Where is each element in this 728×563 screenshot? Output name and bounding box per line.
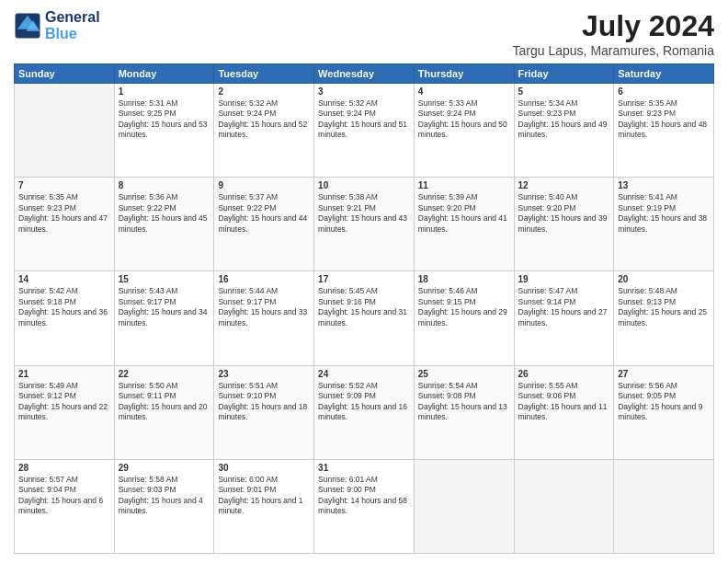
calendar-week-row: 7Sunrise: 5:35 AM Sunset: 9:23 PM Daylig…	[15, 178, 714, 271]
cell-info: Sunrise: 5:33 AM Sunset: 9:24 PM Dayligh…	[418, 98, 510, 141]
cell-info: Sunrise: 5:45 AM Sunset: 9:16 PM Dayligh…	[318, 286, 410, 328]
calendar-cell: 25Sunrise: 5:54 AM Sunset: 9:08 PM Dayli…	[414, 365, 514, 459]
calendar-cell: 14Sunrise: 5:42 AM Sunset: 9:18 PM Dayli…	[15, 271, 115, 365]
calendar-week-row: 1Sunrise: 5:31 AM Sunset: 9:25 PM Daylig…	[15, 84, 714, 178]
day-number: 25	[418, 369, 510, 379]
day-number: 19	[518, 274, 610, 284]
calendar-cell	[15, 84, 115, 178]
cell-info: Sunrise: 5:40 AM Sunset: 9:20 PM Dayligh…	[518, 192, 610, 235]
cell-info: Sunrise: 5:35 AM Sunset: 9:23 PM Dayligh…	[18, 192, 110, 235]
calendar-cell: 13Sunrise: 5:41 AM Sunset: 9:19 PM Dayli…	[614, 178, 714, 271]
cell-info: Sunrise: 5:44 AM Sunset: 9:17 PM Dayligh…	[218, 286, 310, 328]
calendar-cell: 17Sunrise: 5:45 AM Sunset: 9:16 PM Dayli…	[314, 271, 415, 365]
cell-info: Sunrise: 5:47 AM Sunset: 9:14 PM Dayligh…	[518, 286, 610, 328]
cell-info: Sunrise: 5:49 AM Sunset: 9:12 PM Dayligh…	[18, 381, 110, 423]
cell-info: Sunrise: 5:42 AM Sunset: 9:18 PM Dayligh…	[18, 286, 110, 328]
cell-info: Sunrise: 5:50 AM Sunset: 9:11 PM Dayligh…	[119, 381, 210, 423]
calendar-cell: 1Sunrise: 5:31 AM Sunset: 9:25 PM Daylig…	[114, 84, 214, 178]
calendar-week-row: 14Sunrise: 5:42 AM Sunset: 9:18 PM Dayli…	[15, 271, 714, 365]
cell-info: Sunrise: 5:48 AM Sunset: 9:13 PM Dayligh…	[618, 286, 710, 328]
calendar-cell: 20Sunrise: 5:48 AM Sunset: 9:13 PM Dayli…	[614, 271, 714, 365]
cell-info: Sunrise: 5:52 AM Sunset: 9:09 PM Dayligh…	[318, 381, 410, 423]
day-number: 8	[119, 180, 210, 190]
calendar-cell: 31Sunrise: 6:01 AM Sunset: 9:00 PM Dayli…	[314, 459, 415, 553]
calendar-cell: 10Sunrise: 5:38 AM Sunset: 9:21 PM Dayli…	[314, 178, 415, 271]
calendar-cell	[614, 459, 714, 553]
calendar-cell: 27Sunrise: 5:56 AM Sunset: 9:05 PM Dayli…	[614, 365, 714, 459]
calendar-header-row: SundayMondayTuesdayWednesdayThursdayFrid…	[15, 64, 714, 84]
weekday-header: Wednesday	[314, 64, 415, 84]
cell-info: Sunrise: 6:00 AM Sunset: 9:01 PM Dayligh…	[218, 475, 310, 517]
weekday-header: Thursday	[414, 64, 514, 84]
day-number: 22	[119, 369, 210, 379]
calendar-cell: 15Sunrise: 5:43 AM Sunset: 9:17 PM Dayli…	[114, 271, 214, 365]
cell-info: Sunrise: 5:46 AM Sunset: 9:15 PM Dayligh…	[418, 286, 510, 328]
day-number: 20	[618, 274, 710, 284]
day-number: 3	[318, 86, 410, 97]
day-number: 15	[119, 274, 210, 284]
cell-info: Sunrise: 5:32 AM Sunset: 9:24 PM Dayligh…	[218, 98, 310, 141]
calendar-cell: 11Sunrise: 5:39 AM Sunset: 9:20 PM Dayli…	[414, 178, 514, 271]
cell-info: Sunrise: 5:55 AM Sunset: 9:06 PM Dayligh…	[518, 381, 610, 423]
calendar-cell: 22Sunrise: 5:50 AM Sunset: 9:11 PM Dayli…	[114, 365, 214, 459]
day-number: 6	[618, 86, 710, 97]
day-number: 13	[618, 180, 710, 190]
day-number: 24	[318, 369, 410, 379]
weekday-header: Tuesday	[214, 64, 314, 84]
calendar-cell: 8Sunrise: 5:36 AM Sunset: 9:22 PM Daylig…	[114, 178, 214, 271]
cell-info: Sunrise: 5:36 AM Sunset: 9:22 PM Dayligh…	[119, 192, 210, 235]
calendar-cell: 18Sunrise: 5:46 AM Sunset: 9:15 PM Dayli…	[414, 271, 514, 365]
calendar-cell: 30Sunrise: 6:00 AM Sunset: 9:01 PM Dayli…	[214, 459, 314, 553]
calendar-week-row: 28Sunrise: 5:57 AM Sunset: 9:04 PM Dayli…	[15, 459, 714, 553]
calendar-cell: 23Sunrise: 5:51 AM Sunset: 9:10 PM Dayli…	[214, 365, 314, 459]
weekday-header: Saturday	[614, 64, 714, 84]
calendar-cell: 28Sunrise: 5:57 AM Sunset: 9:04 PM Dayli…	[15, 459, 115, 553]
cell-info: Sunrise: 5:39 AM Sunset: 9:20 PM Dayligh…	[418, 192, 510, 235]
calendar-week-row: 21Sunrise: 5:49 AM Sunset: 9:12 PM Dayli…	[15, 365, 714, 459]
day-number: 16	[218, 274, 310, 284]
page: General Blue July 2024 Targu Lapus, Mara…	[0, 0, 728, 563]
logo-text: General Blue	[45, 9, 100, 41]
calendar-cell: 2Sunrise: 5:32 AM Sunset: 9:24 PM Daylig…	[214, 84, 314, 178]
day-number: 30	[218, 463, 310, 473]
day-number: 7	[18, 180, 110, 190]
calendar-cell	[514, 459, 614, 553]
cell-info: Sunrise: 5:37 AM Sunset: 9:22 PM Dayligh…	[218, 192, 310, 235]
calendar-cell: 9Sunrise: 5:37 AM Sunset: 9:22 PM Daylig…	[214, 178, 314, 271]
cell-info: Sunrise: 5:41 AM Sunset: 9:19 PM Dayligh…	[618, 192, 710, 235]
calendar-cell: 3Sunrise: 5:32 AM Sunset: 9:24 PM Daylig…	[314, 84, 415, 178]
cell-info: Sunrise: 6:01 AM Sunset: 9:00 PM Dayligh…	[318, 475, 410, 517]
title-area: July 2024 Targu Lapus, Maramures, Romani…	[513, 9, 714, 58]
cell-info: Sunrise: 5:35 AM Sunset: 9:23 PM Dayligh…	[618, 98, 710, 141]
day-number: 28	[18, 463, 110, 473]
day-number: 21	[18, 369, 110, 379]
day-number: 1	[119, 86, 210, 97]
calendar-cell: 21Sunrise: 5:49 AM Sunset: 9:12 PM Dayli…	[15, 365, 115, 459]
day-number: 17	[318, 274, 410, 284]
day-number: 5	[518, 86, 610, 97]
calendar-cell: 29Sunrise: 5:58 AM Sunset: 9:03 PM Dayli…	[114, 459, 214, 553]
month-title: July 2024	[513, 9, 714, 43]
weekday-header: Sunday	[15, 64, 115, 84]
day-number: 10	[318, 180, 410, 190]
calendar-cell	[414, 459, 514, 553]
logo-area: General Blue	[14, 9, 100, 41]
day-number: 23	[218, 369, 310, 379]
calendar-cell: 24Sunrise: 5:52 AM Sunset: 9:09 PM Dayli…	[314, 365, 415, 459]
calendar-cell: 26Sunrise: 5:55 AM Sunset: 9:06 PM Dayli…	[514, 365, 614, 459]
logo-icon	[14, 12, 41, 40]
day-number: 18	[418, 274, 510, 284]
weekday-header: Friday	[514, 64, 614, 84]
day-number: 12	[518, 180, 610, 190]
logo-line2: Blue	[45, 26, 100, 42]
cell-info: Sunrise: 5:58 AM Sunset: 9:03 PM Dayligh…	[119, 475, 210, 517]
day-number: 9	[218, 180, 310, 190]
day-number: 4	[418, 86, 510, 97]
cell-info: Sunrise: 5:54 AM Sunset: 9:08 PM Dayligh…	[418, 381, 510, 423]
day-number: 2	[218, 86, 310, 97]
day-number: 29	[119, 463, 210, 473]
cell-info: Sunrise: 5:51 AM Sunset: 9:10 PM Dayligh…	[218, 381, 310, 423]
cell-info: Sunrise: 5:32 AM Sunset: 9:24 PM Dayligh…	[318, 98, 410, 141]
header: General Blue July 2024 Targu Lapus, Mara…	[14, 9, 714, 58]
day-number: 26	[518, 369, 610, 379]
